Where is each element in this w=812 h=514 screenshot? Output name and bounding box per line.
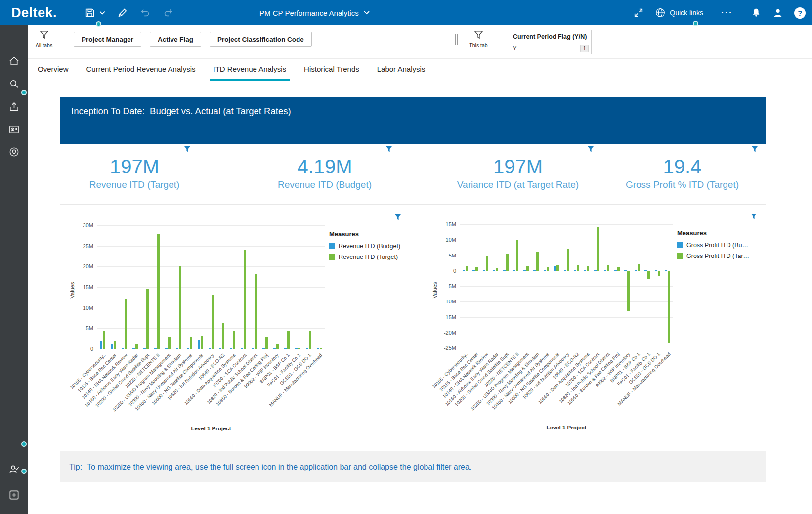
bar[interactable] — [475, 267, 478, 271]
bar[interactable] — [168, 337, 171, 349]
bar[interactable] — [584, 270, 586, 271]
save-icon[interactable] — [85, 7, 95, 18]
bar[interactable] — [273, 348, 276, 349]
bar[interactable] — [597, 227, 599, 271]
search-icon[interactable] — [8, 78, 20, 89]
bar[interactable] — [564, 270, 566, 271]
bar[interactable] — [617, 267, 620, 271]
bar[interactable] — [179, 266, 181, 349]
bar[interactable] — [647, 271, 650, 280]
filter-button-project-manager[interactable]: Project Manager — [74, 32, 141, 47]
bar[interactable] — [317, 348, 319, 349]
bar[interactable] — [125, 299, 127, 349]
tab-itd-revenue-analysis[interactable]: ITD Revenue Analysis — [210, 59, 290, 81]
bar[interactable] — [607, 265, 609, 271]
add-icon[interactable] — [8, 489, 20, 501]
bell-icon[interactable] — [751, 7, 762, 18]
bar[interactable] — [536, 252, 539, 271]
bar[interactable] — [157, 234, 160, 349]
legend-item[interactable]: Gross Profit ITD (Bu… — [677, 242, 759, 249]
bar[interactable] — [154, 348, 157, 349]
dashboard-title-selector[interactable]: PM CP Performance Analytics — [259, 0, 370, 25]
bar[interactable] — [544, 270, 546, 271]
bar[interactable] — [655, 270, 657, 271]
bar[interactable] — [547, 267, 549, 271]
bar[interactable] — [298, 348, 300, 349]
hint-dot[interactable] — [21, 469, 27, 474]
user-check-icon[interactable] — [8, 464, 20, 475]
bar[interactable] — [132, 348, 135, 349]
bar[interactable] — [624, 270, 627, 271]
bar[interactable] — [309, 331, 311, 349]
bar[interactable] — [516, 240, 518, 271]
bar[interactable] — [486, 256, 488, 271]
filter-button-project-classification-code[interactable]: Project Classification Code — [210, 32, 312, 47]
all-tabs-filter[interactable]: All tabs — [32, 30, 56, 48]
bar[interactable] — [209, 348, 211, 349]
legend-item[interactable]: Revenue ITD (Target) — [329, 254, 411, 260]
hint-dot[interactable] — [693, 21, 698, 26]
bar[interactable] — [587, 266, 589, 270]
hint-dot[interactable] — [21, 441, 27, 447]
bar[interactable] — [556, 265, 559, 271]
bar[interactable] — [644, 270, 647, 271]
bar[interactable] — [176, 348, 178, 349]
tab-labor-analysis[interactable]: Labor Analysis — [374, 59, 429, 81]
bar[interactable] — [503, 270, 506, 271]
user-icon[interactable] — [772, 7, 783, 18]
kpi-filter-funnel-icon[interactable] — [587, 146, 594, 153]
bar[interactable] — [111, 344, 113, 349]
contacts-icon[interactable] — [8, 124, 20, 135]
this-tab-filter[interactable]: This tab — [465, 30, 492, 48]
bar[interactable] — [533, 270, 536, 271]
help-icon[interactable]: ? — [794, 7, 806, 19]
export-icon[interactable] — [8, 101, 20, 112]
bar[interactable] — [493, 270, 495, 271]
bar[interactable] — [222, 323, 224, 349]
current-period-flag-value[interactable]: Y — [513, 45, 516, 51]
bar[interactable] — [554, 266, 556, 270]
bar[interactable] — [627, 271, 630, 311]
bar[interactable] — [255, 274, 257, 349]
kpi-filter-funnel-icon[interactable] — [184, 146, 191, 153]
bar[interactable] — [306, 348, 308, 349]
bar[interactable] — [594, 270, 597, 271]
bar[interactable] — [187, 348, 189, 349]
bar[interactable] — [265, 337, 268, 349]
bar[interactable] — [523, 270, 526, 271]
kpi-filter-funnel-icon[interactable] — [385, 146, 392, 153]
bar[interactable] — [287, 331, 290, 349]
bar[interactable] — [604, 270, 606, 271]
legend-item[interactable]: Gross Profit ITD (Tar… — [677, 253, 759, 259]
bar[interactable] — [143, 348, 146, 349]
bar[interactable] — [233, 331, 235, 349]
quick-links-button[interactable]: Quick links — [655, 7, 703, 18]
bar[interactable] — [320, 348, 322, 349]
bar[interactable] — [114, 341, 116, 349]
bar[interactable] — [165, 348, 168, 349]
bar[interactable] — [567, 249, 569, 271]
bar[interactable] — [262, 348, 265, 349]
bar[interactable] — [295, 348, 298, 349]
bar[interactable] — [201, 336, 203, 349]
bar[interactable] — [241, 348, 243, 349]
bar[interactable] — [506, 254, 509, 270]
hint-dot[interactable] — [96, 21, 101, 27]
kpi-filter-funnel-icon[interactable] — [751, 146, 758, 153]
chart-filter-funnel-icon[interactable] — [394, 214, 401, 221]
tab-historical-trends[interactable]: Historical Trends — [300, 59, 363, 81]
bar[interactable] — [146, 289, 149, 349]
bar[interactable] — [483, 270, 485, 271]
filter-divider-grip[interactable] — [455, 34, 458, 45]
bar[interactable] — [103, 331, 105, 349]
current-period-flag-filter[interactable]: Current Period Flag (Y/N) Y 1 — [509, 30, 592, 54]
redo-icon[interactable] — [163, 7, 173, 18]
bar[interactable] — [526, 266, 529, 270]
bar[interactable] — [635, 270, 637, 271]
bar[interactable] — [472, 270, 475, 271]
home-icon[interactable] — [8, 55, 20, 67]
bar[interactable] — [638, 264, 640, 271]
bar[interactable] — [284, 348, 287, 349]
bar[interactable] — [190, 337, 192, 349]
bar[interactable] — [496, 268, 498, 271]
